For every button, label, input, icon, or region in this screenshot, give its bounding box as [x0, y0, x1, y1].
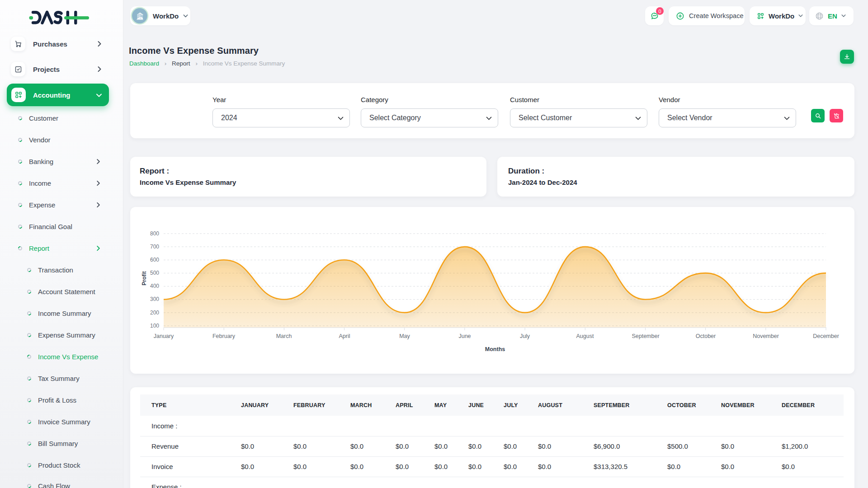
svg-text:600: 600	[150, 257, 159, 263]
svg-text:February: February	[212, 333, 236, 339]
svg-text:June: June	[458, 333, 471, 339]
svg-text:March: March	[276, 333, 292, 339]
svg-text:January: January	[154, 333, 174, 339]
svg-text:500: 500	[150, 270, 159, 276]
svg-text:Profit: Profit	[141, 271, 147, 285]
svg-text:September: September	[632, 333, 659, 339]
svg-text:100: 100	[150, 323, 159, 329]
svg-text:July: July	[520, 333, 530, 339]
svg-text:August: August	[576, 333, 594, 339]
svg-text:Months: Months	[485, 346, 505, 352]
svg-text:400: 400	[150, 283, 159, 289]
svg-text:300: 300	[150, 296, 159, 302]
svg-text:November: November	[753, 333, 779, 339]
svg-text:October: October	[696, 333, 716, 339]
svg-text:700: 700	[150, 244, 159, 250]
svg-text:April: April	[339, 333, 350, 339]
svg-text:200: 200	[150, 310, 159, 316]
svg-text:800: 800	[150, 230, 159, 237]
svg-text:December: December	[813, 333, 839, 339]
svg-text:May: May	[399, 333, 410, 339]
